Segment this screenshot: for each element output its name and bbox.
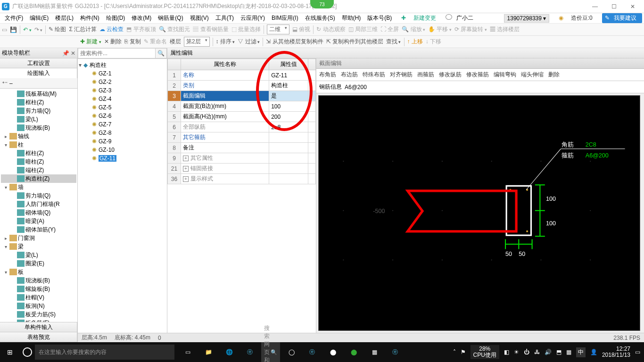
tb2-copy-from[interactable]: ⇲ 从其他楼层复制构件 — [266, 38, 323, 46]
phone-badge[interactable]: 13907298339 ▾ — [504, 14, 550, 23]
nav-node[interactable]: 板洞(N) — [1, 302, 76, 310]
nav-node[interactable]: ▾墙 — [1, 183, 76, 191]
tb2-delete[interactable]: ✕ 删除 — [104, 38, 122, 46]
nav-node[interactable]: 砌体墙(Q) — [1, 208, 76, 217]
task-view-icon[interactable]: ▭ — [178, 342, 197, 362]
tb2-down[interactable]: ↓ 下移 — [426, 38, 441, 46]
prop-row[interactable]: 2类别构造柱 — [168, 81, 316, 91]
prop-row[interactable]: 7其它箍筋 — [168, 132, 316, 143]
nav-node[interactable]: 剪力墙(Q) — [1, 107, 76, 115]
prop-row[interactable]: 21+锚固搭接 — [168, 164, 316, 174]
tray-net-icon[interactable]: 🖧 — [534, 349, 540, 355]
comp-item[interactable]: ✺GZ-2 — [79, 78, 166, 86]
menu-version[interactable]: 版本号(B) — [364, 14, 395, 22]
tb-zoom[interactable]: 🔍 缩放 — [402, 25, 425, 33]
nav-node[interactable]: 梁(L) — [1, 115, 76, 123]
nav-node[interactable]: 端柱(Z) — [1, 166, 76, 174]
menu-floor[interactable]: 楼层(L) — [52, 14, 76, 22]
canvas[interactable]: -500 100 — [318, 95, 640, 331]
tb-find-elem[interactable]: 🔍 查找图元 — [159, 25, 190, 33]
pin-icon[interactable]: 📌 ✕ — [62, 50, 75, 57]
tb-app4[interactable]: ⓔ — [303, 342, 322, 362]
tray-5[interactable]: ▦ — [566, 349, 571, 355]
tb-rotate[interactable]: ⟳ 屏幕旋转 — [454, 25, 487, 33]
menu-help[interactable]: 帮助(H) — [339, 14, 364, 22]
component-tree[interactable]: ▾◆构造柱✺GZ-1✺GZ-2✺GZ-3✺GZ-4✺GZ-5✺GZ-6✺GZ-7… — [78, 59, 167, 342]
prop-row[interactable]: 3截面编辑是 — [168, 91, 316, 101]
tb-app1[interactable]: 📁 — [199, 342, 218, 362]
nav-mini-1[interactable]: ⁺⁻ — [2, 80, 8, 87]
nav-node[interactable]: 梁(L) — [1, 251, 76, 259]
tb-redo[interactable]: ↷ — [34, 26, 43, 33]
tb-app5[interactable]: ⬤ — [323, 342, 342, 362]
st-edge[interactable]: 布边筋 — [341, 71, 358, 79]
tb-align-top[interactable]: ⬒ 平齐板顶 — [126, 25, 156, 33]
tray-flag-icon[interactable]: ⚑ — [461, 349, 466, 355]
tb-fullscreen[interactable]: ⛶ 全屏 — [380, 25, 399, 33]
close-button[interactable]: ✕ — [623, 0, 642, 13]
tb-pan[interactable]: ✋ 平移 — [428, 25, 452, 33]
tb-app3[interactable]: ◯ — [282, 342, 301, 362]
comp-root[interactable]: ▾◆构造柱 — [79, 61, 166, 69]
tb-edge-icon[interactable]: ⓔ — [386, 342, 405, 362]
prop-row[interactable]: 1名称GZ-11 — [168, 70, 316, 81]
tray-3[interactable]: ⏻ — [524, 349, 529, 355]
tb-topview[interactable]: ⬓ 俯视 — [292, 25, 310, 33]
nav-node[interactable]: ▾梁 — [1, 242, 76, 251]
menu-modify[interactable]: 修改(M) — [129, 14, 154, 22]
nav-node[interactable]: ▸门窗洞 — [1, 234, 76, 242]
tray-4[interactable]: ⬒ — [556, 349, 561, 355]
nav-tab-draw[interactable]: 绘图输入 — [0, 68, 77, 78]
nav-node[interactable]: 暗柱(Z) — [1, 157, 76, 166]
tb-app2[interactable]: 🌐 — [220, 342, 239, 362]
tb2-copy-to[interactable]: ⇱ 复制构件到其他楼层 — [326, 38, 383, 46]
minimize-button[interactable]: — — [586, 0, 604, 13]
search-button[interactable]: 🔍 — [156, 48, 167, 58]
nav-tree[interactable]: 筏板基础(M)框柱(Z)剪力墙(Q)梁(L)现浇板(B)▸轴线▾柱框柱(Z)暗柱… — [0, 89, 77, 322]
tray-ime[interactable]: 中 — [576, 347, 586, 357]
tray-up-icon[interactable]: ˄ — [453, 349, 456, 355]
nav-node[interactable]: 现浇板(B) — [1, 123, 76, 132]
search-input[interactable] — [78, 48, 156, 58]
prop-row[interactable]: 6全部纵筋2⌀8 — [168, 122, 316, 132]
prop-row[interactable]: 4截面宽(B边)(mm)100 — [168, 101, 316, 112]
st-extend[interactable]: 端头伸缩 — [521, 71, 544, 79]
prop-row[interactable]: 8备注 — [168, 143, 316, 153]
menu-cloud[interactable]: 云应用(Y) — [238, 14, 268, 22]
nav-node[interactable]: 框柱(Z) — [1, 149, 76, 157]
cortana-icon[interactable] — [23, 347, 32, 357]
nav-node[interactable]: ▸轴线 — [1, 132, 76, 140]
st-edit-hook[interactable]: 编辑弯钩 — [494, 71, 516, 79]
tb-batch-select[interactable]: ⬚ 批量选择 — [231, 25, 261, 33]
nav-tab-single[interactable]: 单构件输入 — [0, 322, 77, 332]
comp-item[interactable]: ✺GZ-4 — [79, 95, 166, 103]
comp-item[interactable]: ✺GZ-7 — [79, 120, 166, 129]
menu-edit[interactable]: 编辑(E) — [27, 14, 51, 22]
maximize-button[interactable]: ☐ — [604, 0, 623, 13]
prop-row[interactable]: 36+显示样式 — [168, 174, 316, 184]
menu-bim[interactable]: BIM应用(I) — [269, 14, 301, 22]
comp-item[interactable]: ✺GZ-9 — [79, 137, 166, 146]
tb2-new[interactable]: ✚ 新建 — [80, 38, 101, 46]
suggest-button[interactable]: ✎ 我要建议 — [602, 13, 642, 23]
nav-node[interactable]: 框柱(Z) — [1, 98, 76, 107]
cpu-meter[interactable]: 28%CPU使用 — [471, 345, 499, 359]
tb2-filter[interactable]: ▽ 过滤 — [238, 38, 260, 46]
nav-node[interactable]: 砌体加筋(Y) — [1, 225, 76, 234]
comp-item[interactable]: ✺GZ-5 — [79, 103, 166, 112]
tb-local3d[interactable]: ◫ 局部三维 — [348, 25, 378, 33]
menu-user[interactable]: 广小二 — [443, 14, 479, 22]
nav-node[interactable]: 人防门框墙(R — [1, 200, 76, 208]
nav-node[interactable]: 筏板基础(M) — [1, 90, 76, 98]
tb-sum[interactable]: Σ 汇总计算 — [69, 25, 97, 33]
rebar-info-combo[interactable]: A6@200 — [345, 84, 401, 90]
st-delete[interactable]: 删除 — [548, 71, 560, 79]
tb-draw[interactable]: ✎ 绘图 — [49, 25, 66, 33]
st-mod-long[interactable]: 修改纵筋 — [439, 71, 462, 79]
tb-view-rebar[interactable]: ▤ 查看钢筋量 — [193, 25, 228, 33]
st-align[interactable]: 对齐钢筋 — [390, 71, 413, 79]
st-stirrup[interactable]: 画箍筋 — [417, 71, 434, 79]
comp-item[interactable]: ✺GZ-3 — [79, 86, 166, 95]
menu-new-change[interactable]: ✚ 新建变更 — [396, 14, 441, 22]
nav-node[interactable]: 现浇板(B) — [1, 276, 76, 285]
